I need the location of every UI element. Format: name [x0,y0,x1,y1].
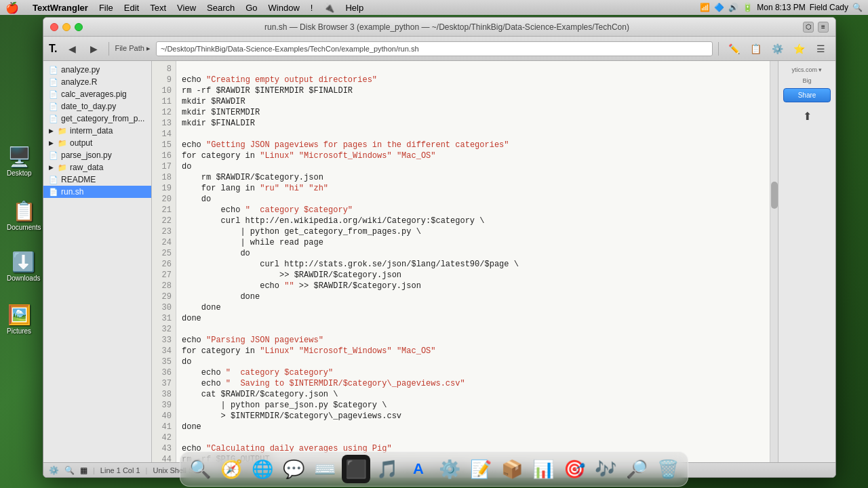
sidebar-item-get-category[interactable]: 📄 get_category_from_p... [43,113,151,125]
filepath-bar[interactable]: ~/Desktop/ThinkBig/Data-Science-Examples… [156,41,713,56]
big-label: Big [802,77,811,84]
dock-keynote[interactable]: 🎯 [560,455,589,483]
nav-back-button[interactable]: ◀ [62,39,81,58]
menubar-go[interactable]: Go [240,0,262,15]
sidebar-item-output[interactable]: ▶ 📁 output [43,137,151,149]
code-line-24: | while read page [182,237,764,248]
code-line-15: echo "Getting JSON pageviews for pages i… [182,140,764,150]
sidebar-item-date-to-day[interactable]: 📄 date_to_day.py [43,100,151,113]
menubar-edit[interactable]: Edit [119,0,144,15]
menubar-help[interactable]: Help [340,0,369,15]
desktop-icon-documents[interactable]: 📋 Documents [7,200,41,231]
share-button[interactable]: Share [783,88,831,102]
dock-appstore[interactable]: A [404,455,433,483]
titlebar: run.sh — Disk Browser 3 (example_python … [43,18,835,37]
nav-forward-button[interactable]: ▶ [84,39,103,58]
dock-word[interactable]: 📝 [467,455,495,483]
code-line-14 [182,129,764,140]
code-line-21: echo " category $category" [182,205,764,216]
toolbar-gear-btn[interactable]: ⚙️ [768,39,787,58]
dock-music[interactable]: 🎶 [591,455,620,483]
dock-brackets[interactable]: ⌨️ [311,455,339,483]
file-browser-sidebar: 📄 analyze.py 📄 analyze.R 📄 calc_averages… [43,61,152,462]
folder-icon: 📁 [58,163,67,172]
folder-arrow-icon: ▶ [49,127,54,134]
dock-skype[interactable]: 💬 [279,455,308,483]
dock-virtualbox[interactable]: 📦 [498,455,526,483]
menubar-text[interactable]: Text [144,0,172,15]
code-line-39: | python parse_json.py $category \ [182,400,764,411]
dock-terminal[interactable]: ⬛ [342,455,370,483]
code-line-10: rm -rf $RAWDIR $INTERMDIR $FINALDIR [182,85,764,96]
desktop-icon-downloads[interactable]: ⬇️ Downloads [7,251,40,282]
sidebar-item-interm-data[interactable]: ▶ 📁 interm_data [43,125,151,137]
code-line-29: done [182,291,764,302]
toolbar-sep-2 [718,42,719,56]
code-line-36: echo " category $category" [182,367,764,378]
sidebar-item-analyze-r[interactable]: 📄 analyze.R [43,76,151,88]
sidebar-item-parse-json[interactable]: 📄 parse_json.py [43,149,151,161]
maximize-button[interactable] [75,23,83,31]
file-icon: 📄 [49,188,58,197]
editor-scrollbar[interactable] [770,61,778,462]
code-line-34: for category in "Linux" "Microsoft_Windo… [182,346,764,357]
menubar-view[interactable]: View [172,0,201,15]
dock-trash[interactable]: 🗑️ [654,455,682,483]
dock-chrome[interactable]: 🌐 [248,455,277,483]
menubar-file[interactable]: File [94,0,119,15]
cursor-position: Line 1 Col 1 [100,466,140,474]
menubar-window[interactable]: Window [263,0,305,15]
menubar-textwrangler[interactable]: TextWrangler [27,0,94,15]
dock-safari[interactable]: 🧭 [217,455,245,483]
sidebar-item-calc-averages[interactable]: 📄 calc_averages.pig [43,88,151,100]
minimize-button[interactable] [62,23,71,31]
sidebar-item-raw-data[interactable]: ▶ 📁 raw_data [43,161,151,174]
scrollbar-thumb[interactable] [771,182,778,209]
code-line-25: do [182,248,764,259]
code-line-22: curl http://en.wikipedia.org/wiki/Catego… [182,216,764,226]
close-button[interactable] [50,23,58,31]
desktop-icon-desktop[interactable]: 🖥️ Desktop [7,146,32,177]
titlebar-btn-1[interactable]: ⬡ [803,22,814,33]
code-line-42 [182,432,764,443]
sidebar-item-run-sh[interactable]: 📄 run.sh [43,186,151,198]
sidebar-item-readme[interactable]: 📄 README [43,174,151,186]
code-line-17: do [182,161,764,172]
titlebar-btn-2[interactable]: ≡ [818,22,829,33]
statusbar-search-btn[interactable]: 🔍 [64,466,75,475]
code-line-30: done [182,302,764,313]
toolbar-bookmark-btn[interactable]: ⭐ [789,39,808,58]
folder-arrow-icon: ▶ [49,140,54,146]
dock-itunes[interactable]: 🎵 [373,455,401,483]
code-line-20: do [182,194,764,205]
window-title: run.sh — Disk Browser 3 (example_python … [91,22,803,32]
app-window: run.sh — Disk Browser 3 (example_python … [43,17,836,478]
collapse-btn[interactable]: ⬆ [797,106,816,125]
menubar-excl[interactable]: ! [305,0,319,15]
dock-finder[interactable]: 🔍 [186,455,214,483]
folder-icon: 📁 [58,127,67,136]
toolbar-edit-btn[interactable]: ✏️ [724,39,743,58]
apple-menu[interactable]: 🍎 [5,1,19,14]
code-line-41: done [182,422,764,432]
code-line-35: do [182,357,764,367]
toolbar-view-btn[interactable]: 📋 [746,39,765,58]
statusbar-settings-btn[interactable]: ⚙️ [49,466,59,475]
filepath-text: ~/Desktop/ThinkBig/Data-Science-Examples… [161,45,419,53]
menubar: 🍎 TextWrangler File Edit Text View Searc… [0,0,868,15]
code-line-18: rm $RAWDIR/$category.json [182,172,764,183]
dock-powerpoint[interactable]: 📊 [529,455,557,483]
dock-settings[interactable]: ⚙️ [435,455,464,483]
statusbar-layout-btn[interactable]: ▦ [80,466,87,475]
analytics-label: ytics.com ▾ [791,66,822,73]
menubar-plugin[interactable]: 🔌 [318,0,340,15]
menubar-search-icon[interactable]: 🔍 [852,3,863,12]
menubar-search[interactable]: Search [201,0,240,15]
sidebar-item-analyze-py[interactable]: 📄 analyze.py [43,64,151,76]
toolbar-menu-btn[interactable]: ☰ [811,39,830,58]
desktop-icon-pictures[interactable]: 🖼️ Pictures [7,304,31,335]
folder-icon: 📁 [58,139,67,148]
code-editor[interactable]: echo "Creating empty output directories"… [176,61,770,462]
code-line-13: mkdir $FINALDIR [182,118,764,129]
dock-spotlight2[interactable]: 🔎 [623,455,651,483]
